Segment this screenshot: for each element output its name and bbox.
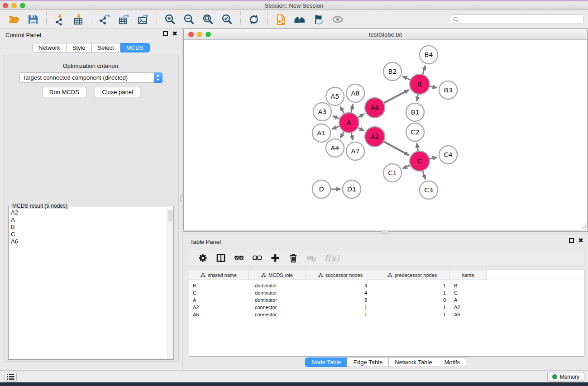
result-scrollbar[interactable] bbox=[167, 209, 173, 359]
function-button[interactable]: f(x) bbox=[320, 251, 344, 265]
close-panel-button[interactable]: Close panel bbox=[95, 87, 140, 97]
optimization-criterion-select[interactable]: largest connected component (directed) bbox=[19, 72, 163, 83]
export-table-button[interactable] bbox=[115, 12, 134, 27]
tab-select[interactable]: Select bbox=[92, 43, 120, 52]
zoom-out-button[interactable] bbox=[180, 12, 199, 27]
save-button[interactable] bbox=[24, 12, 43, 27]
zoom-selected-icon bbox=[221, 14, 233, 25]
cell-shared_name: A2 bbox=[189, 305, 249, 310]
show-views-button[interactable] bbox=[328, 12, 347, 27]
tab-network[interactable]: Network bbox=[32, 43, 67, 52]
table-row[interactable]: Adominator80A bbox=[189, 296, 584, 304]
run-mcds-button[interactable]: Run MCDS bbox=[42, 87, 86, 97]
cell-name: A bbox=[449, 297, 487, 303]
graph-node-label-A7: A7 bbox=[351, 148, 359, 155]
task-history-button[interactable] bbox=[5, 372, 17, 381]
list-icon bbox=[7, 373, 14, 380]
open-network-file-icon bbox=[275, 14, 287, 25]
zoom-fit-button[interactable] bbox=[199, 12, 218, 27]
tab-node-table[interactable]: Node Table bbox=[305, 357, 348, 367]
vertical-splitter-handle[interactable] bbox=[180, 195, 183, 202]
graph-node-label-A8: A8 bbox=[351, 90, 359, 97]
close-table-panel-icon[interactable]: ✖ bbox=[578, 238, 583, 243]
app-window: Session: New Session Control Panel ✖ Net… bbox=[0, 0, 588, 386]
cell-mcds_role: connector bbox=[249, 312, 306, 317]
horizontal-splitter-handle[interactable] bbox=[382, 230, 388, 234]
refresh-button[interactable] bbox=[244, 12, 263, 27]
select-all-button[interactable] bbox=[230, 251, 248, 265]
tab-motifs[interactable]: Motifs bbox=[438, 357, 466, 367]
table-row[interactable]: A6connector11A6 bbox=[189, 311, 584, 318]
gear-button[interactable] bbox=[194, 251, 212, 265]
tab-style[interactable]: Style bbox=[67, 43, 92, 52]
export-network-button[interactable] bbox=[96, 12, 115, 27]
toolbar-separator bbox=[157, 12, 157, 27]
search-box bbox=[450, 14, 583, 24]
graph-node-label-C3: C3 bbox=[424, 186, 433, 194]
dropdown-stepper-icon bbox=[154, 72, 163, 83]
add-button[interactable] bbox=[266, 251, 284, 265]
main-toolbar bbox=[0, 10, 588, 29]
hide-views-button[interactable] bbox=[309, 12, 328, 27]
cell-predecessor_nodes: 1 bbox=[375, 283, 449, 288]
table-row[interactable]: A2connector11A2 bbox=[189, 304, 584, 311]
table-tabs: Node TableEdge TableNetwork TableMotifs bbox=[183, 357, 588, 367]
result-item[interactable]: A bbox=[9, 216, 167, 224]
search-input[interactable] bbox=[459, 16, 583, 23]
cell-mcds_role: dominator bbox=[249, 290, 306, 295]
tab-network-table[interactable]: Network Table bbox=[389, 357, 438, 367]
import-network-button[interactable] bbox=[50, 12, 69, 27]
cell-mcds_role: connector bbox=[249, 305, 306, 310]
columns-button[interactable] bbox=[212, 251, 230, 265]
float-table-panel-icon[interactable] bbox=[569, 238, 574, 243]
home-button[interactable] bbox=[290, 12, 309, 27]
tab-edge-table[interactable]: Edge Table bbox=[347, 357, 389, 367]
column-header-shared-name[interactable]: shared name bbox=[189, 270, 249, 280]
delete-button[interactable] bbox=[284, 251, 302, 265]
table-row[interactable]: Bdominator41B bbox=[189, 282, 584, 289]
cell-name: A6 bbox=[449, 312, 487, 317]
deselect-all-icon bbox=[252, 253, 262, 263]
zoom-in-button[interactable] bbox=[161, 12, 180, 27]
tab-mcds[interactable]: MCDS bbox=[120, 43, 150, 52]
sort-icon bbox=[318, 273, 323, 277]
deselect-all-button[interactable] bbox=[248, 251, 266, 265]
cell-successor_nodes: 1 bbox=[306, 305, 375, 310]
column-header-predecessor-nodes[interactable]: predecessor nodes bbox=[375, 270, 449, 280]
result-item[interactable]: A2 bbox=[9, 209, 167, 216]
graph-node-label-A5: A5 bbox=[330, 93, 339, 100]
show-views-icon bbox=[332, 14, 344, 25]
close-panel-icon[interactable]: ✖ bbox=[172, 31, 177, 36]
cell-predecessor_nodes: 1 bbox=[375, 305, 449, 310]
import-table-button[interactable] bbox=[69, 12, 88, 27]
columns-icon bbox=[216, 253, 226, 263]
delete-table-button[interactable] bbox=[302, 251, 320, 265]
sort-icon bbox=[387, 273, 392, 277]
table-body: Bdominator41BCdominator41CAdominator80AA… bbox=[189, 280, 584, 318]
result-item[interactable]: A6 bbox=[9, 238, 167, 245]
export-table-icon bbox=[119, 14, 130, 25]
cell-shared_name: A bbox=[189, 297, 249, 303]
export-image-button[interactable] bbox=[134, 12, 153, 27]
mcds-result-box: MCDS result (5 nodes) A2ABCA6 bbox=[8, 206, 174, 360]
column-header-successor-nodes[interactable]: successor nodes bbox=[306, 270, 375, 280]
float-panel-icon[interactable] bbox=[163, 31, 168, 36]
zoom-fit-icon bbox=[202, 14, 214, 25]
network-view-window: testGlobe.txt B4B2BB3A8A5A6A3B1AC2A1A2A4… bbox=[183, 29, 588, 230]
result-item[interactable]: C bbox=[9, 231, 167, 238]
open-folder-button[interactable] bbox=[5, 12, 24, 27]
network-window-titlebar[interactable]: testGlobe.txt bbox=[184, 29, 587, 40]
app-titlebar: Session: New Session bbox=[0, 1, 588, 10]
open-network-file-button[interactable] bbox=[271, 12, 290, 27]
column-header-name[interactable]: name bbox=[449, 270, 487, 280]
table-row[interactable]: Cdominator41C bbox=[189, 289, 584, 296]
memory-button[interactable]: Memory bbox=[547, 372, 584, 381]
cell-predecessor_nodes: 1 bbox=[375, 290, 449, 295]
zoom-selected-button[interactable] bbox=[218, 12, 237, 27]
column-header-MCDS-role[interactable]: MCDS role bbox=[249, 270, 306, 280]
cell-successor_nodes: 1 bbox=[306, 312, 375, 317]
graph-node-label-B1: B1 bbox=[411, 109, 419, 116]
network-canvas[interactable]: B4B2BB3A8A5A6A3B1AC2A1A2A4A7C4CC1C3DD1 bbox=[184, 40, 587, 230]
cell-shared_name: A6 bbox=[189, 312, 249, 317]
result-item[interactable]: B bbox=[9, 224, 167, 231]
